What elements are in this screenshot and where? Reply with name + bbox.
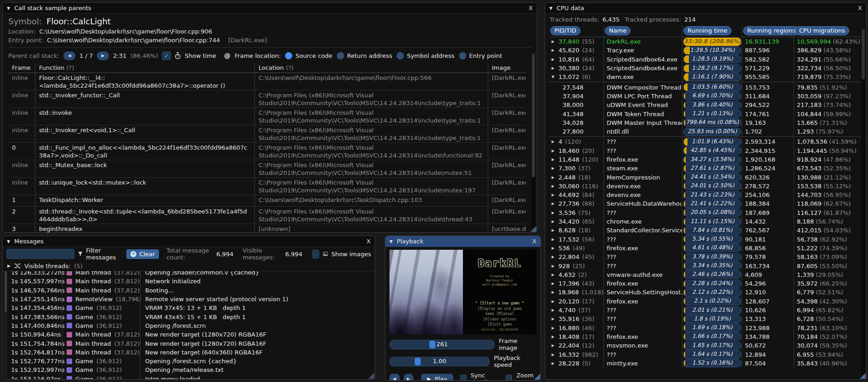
resize-grip[interactable] xyxy=(860,373,866,379)
expand-icon[interactable]: ▶ xyxy=(552,193,556,197)
expand-icon[interactable]: ▶ xyxy=(552,184,556,188)
expand-icon[interactable]: ▶ xyxy=(552,57,556,62)
close-icon[interactable]: X xyxy=(366,238,371,244)
cpu-column-header-cpu-migrations[interactable]: CPU migrations xyxy=(794,26,866,35)
message-row[interactable]: 1s 152,912,997nsGame(36,912)Opening /met… xyxy=(3,365,375,374)
zoom-2x-checkbox[interactable] xyxy=(506,375,512,381)
next-frame-button[interactable]: ▶ xyxy=(97,51,109,60)
expand-icon[interactable]: ▶ xyxy=(552,335,556,339)
message-row[interactable]: 1s 147,354,456nsGame(36,912)VRAM 37x45: … xyxy=(3,303,375,312)
callstack-row[interactable]: 2std::thread::_Invoke<std::tuple<<lambda… xyxy=(8,207,526,224)
cpu-row[interactable]: ▶3,536(75)???20.05 s (2.08%)187,689116,1… xyxy=(549,208,866,217)
frame-slider[interactable]: 261 xyxy=(389,340,495,349)
clear-button[interactable]: ✕ Clear xyxy=(126,249,159,259)
expand-icon[interactable]: ▶ xyxy=(552,273,556,277)
expand-icon[interactable]: ▶ xyxy=(552,219,556,224)
expand-icon[interactable]: ▶ xyxy=(552,66,556,70)
playback-titlebar[interactable]: ▼ Playback X xyxy=(385,236,541,247)
callstack-titlebar[interactable]: ▼ Call stack sample parents X xyxy=(3,3,537,14)
expand-icon[interactable]: ▶ xyxy=(552,48,556,52)
close-icon[interactable]: X xyxy=(529,5,533,11)
cpu-row[interactable]: ▶16,332(982)???1.64 s (0.17%)12,8946,955… xyxy=(549,350,866,359)
expand-icon[interactable]: ▶ xyxy=(552,39,556,44)
expand-icon[interactable]: ▶ xyxy=(552,326,556,330)
message-row[interactable]: 1s 152,764,817nsMain thread(37,812)New r… xyxy=(3,348,375,357)
expand-icon[interactable]: ▶ xyxy=(552,140,556,144)
message-row[interactable]: 1s 147,400,846nsGame(36,912)Opening /for… xyxy=(3,321,375,330)
expand-icon[interactable]: ▶ xyxy=(552,343,556,348)
expand-icon[interactable]: ▶ xyxy=(552,317,556,321)
cpu-row[interactable]: 41,348DWM Token Thread1.21 s (0.13%)174,… xyxy=(549,109,866,118)
collapse-icon[interactable]: ▼ xyxy=(389,239,393,244)
header-pill[interactable]: Running time xyxy=(683,26,732,35)
message-row[interactable]: 1s 146,576,766nsMain thread(37,812)Booti… xyxy=(3,286,375,295)
expand-icon[interactable]: ▶ xyxy=(552,246,556,250)
callstack-row[interactable]: inlinestd::_Invoker_functor::_CallC:\Pro… xyxy=(8,90,526,108)
message-row[interactable]: 1s 126,333,272nsMain thread(37,812)Openi… xyxy=(3,271,375,277)
header-pill[interactable]: PID/TID xyxy=(550,26,581,35)
speed-slider[interactable]: 1.00 xyxy=(389,357,490,366)
expand-icon[interactable]: ▶ xyxy=(552,281,556,286)
callstack-row[interactable]: inlineFloor::CalcLight::__l4::<lambda_5b… xyxy=(8,73,526,90)
sync-timeline-checkbox[interactable] xyxy=(460,375,467,381)
header-pill[interactable]: Name xyxy=(605,26,631,35)
cpu-row[interactable]: ▶11,648(120)firefox.exe34.27 s (3.56%)1,… xyxy=(549,155,866,164)
cpu-row[interactable]: ▶30,060(116)devenv.exe24.01 s (2.50%)278… xyxy=(549,182,866,191)
cpu-row[interactable]: ▶30,380(24)ScriptedSandbox64.exe1:28.2 (… xyxy=(549,64,866,73)
expand-icon[interactable]: ▶ xyxy=(552,157,556,162)
cpu-row[interactable]: ▼13,072(6)dwm.exe1:16.1 (7.90%)955,58571… xyxy=(549,73,866,81)
cpu-row[interactable]: 27,800ntdll.dll25.93 ms (0.00%)1,7021,29… xyxy=(549,127,866,136)
expand-icon[interactable]: ▶ xyxy=(552,290,555,294)
cpu-row[interactable]: ▶18,968(1,018)ServiceHub.SettingsHost.ex… xyxy=(549,288,866,297)
cpu-row[interactable]: ▶928(25)???3.34 s (0.35%)163,73487,605 (… xyxy=(549,261,866,270)
close-icon[interactable]: X xyxy=(858,5,862,11)
collapse-icon[interactable]: ▼ xyxy=(7,239,10,244)
cpu-row[interactable]: ▶18,408(17)firefox.exe1.66 s (0.17%)134,… xyxy=(549,332,866,341)
expand-icon[interactable]: ▶ xyxy=(552,299,556,303)
expand-icon[interactable]: ▶ xyxy=(552,264,556,268)
cpu-row[interactable]: ▶10,816(64)ScriptedSandbox64.exe1:28.5 (… xyxy=(549,55,866,64)
radio-icon[interactable] xyxy=(337,52,344,60)
cpu-row[interactable]: ▶4,632(2)vmware-authd.exe2.46 s (0.26%)4… xyxy=(549,270,866,279)
cpu-row[interactable]: 27,548DWM Compositor Thread1:03.5 (6.60%… xyxy=(549,83,866,91)
header-pill[interactable]: Running regions xyxy=(743,26,800,35)
cpu-row[interactable]: ▶22,404(12)msvsmon.exe1.65 s (0.17%)50,6… xyxy=(549,341,866,350)
frame-location-radio-symbol-address[interactable]: Symbol address xyxy=(396,52,455,60)
message-row[interactable]: 1s 147,383,566nsGame(36,912)VRAM 43x45: … xyxy=(3,312,375,321)
cpu-row[interactable]: ▶16,880(46)???1.69 s (0.18%)123,98878,23… xyxy=(549,324,866,332)
header-pill[interactable]: CPU migrations xyxy=(795,26,849,35)
frame-location-radio-source-code[interactable]: Source code xyxy=(285,52,332,60)
radio-icon[interactable] xyxy=(459,52,467,60)
callstack-scrollbar[interactable] xyxy=(531,52,535,228)
cpu-column-header-pid-tid[interactable]: PID/TID xyxy=(549,26,603,35)
show-images-checkbox[interactable] xyxy=(312,250,319,258)
message-row[interactable]: 1s 151,754,784nsMain thread(37,812)New r… xyxy=(3,339,375,348)
cpu-row[interactable]: ▶44,692(84)devenv.exe21.43 s (2.23%)254,… xyxy=(549,191,866,199)
expand-icon[interactable]: ▶ xyxy=(552,353,556,357)
expand-icon[interactable]: ▶ xyxy=(552,149,556,153)
cpu-row[interactable]: ▶8,628(18)StandardCollector.Service.ex7.… xyxy=(549,226,866,235)
cpu-row[interactable]: ▶7,300(37)steam.exe27.61 s (2.87%)1,286,… xyxy=(549,164,866,173)
message-row[interactable]: 1s 153,116,97nsGame(36,912)Intro menu lo… xyxy=(3,375,375,380)
expand-icon[interactable]: ▶ xyxy=(552,175,556,180)
cpu-row[interactable]: ▶20,120(17)firefox.exe2.1 s (0.22%)128,6… xyxy=(549,297,866,306)
cpu-row[interactable]: ▶28,228(5)mintty.exe1.52 s (0.16%)87,504… xyxy=(549,359,866,368)
cpu-column-header-running-regions[interactable]: Running regions xyxy=(742,26,794,35)
cpu-row[interactable]: ▶45,620(24)Tracy.exe1:39.5 (10.34%)887,5… xyxy=(549,46,866,55)
callstack-row[interactable]: inlinestd::_Invoker_ret<void,1>::_CallC:… xyxy=(8,125,526,143)
expand-icon[interactable]: ▶ xyxy=(552,202,556,206)
expand-icon[interactable]: ▶ xyxy=(552,237,556,242)
cpu-row[interactable]: ▶22,804(45)???3.78 s (0.39%)79,57858,163… xyxy=(549,253,866,261)
callstack-row[interactable]: 1TaskDispatch::WorkerC:\Users\wolf\Deskt… xyxy=(8,195,526,207)
cpu-row[interactable]: ▶37,840(55)DarkRL.exe33:30.8 (208.96%)16… xyxy=(549,37,866,46)
callstack-row[interactable]: 3beginthreadex[unknown][ucrtbase.dll] xyxy=(8,224,526,233)
cpu-row[interactable]: ▶4(120)???1:01.9 (6.43%)2,593,3141,078,5… xyxy=(549,137,866,146)
cpu-row[interactable]: ▶17,532(56)???5.34 s (0.55%)90,18156,738… xyxy=(549,235,866,244)
frame-location-radio-entry-point[interactable]: Entry point xyxy=(459,52,502,60)
cpu-scrollbar[interactable] xyxy=(861,28,865,375)
message-row[interactable]: 1s 152,776,777nsGame(36,912)Opening /for… xyxy=(3,357,375,365)
expand-icon[interactable]: ▶ xyxy=(552,166,556,170)
play-button[interactable]: ▶ Play xyxy=(421,374,453,381)
cpu-row[interactable]: ▶536(49)firefox.exe4.61 s (0.48%)68,8565… xyxy=(549,244,866,253)
cpu-column-header-running-time[interactable]: Running time xyxy=(682,26,742,35)
